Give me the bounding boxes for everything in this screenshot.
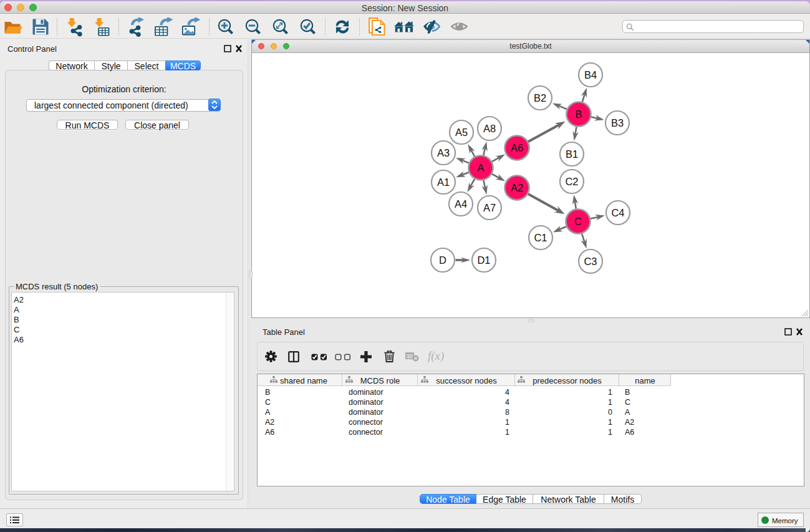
svg-text:B3: B3: [611, 117, 624, 128]
svg-text:A4: A4: [455, 198, 467, 210]
svg-text:A6: A6: [511, 142, 523, 153]
svg-text:A2: A2: [511, 182, 523, 193]
svg-text:B2: B2: [534, 92, 546, 104]
svg-text:A8: A8: [483, 123, 496, 134]
svg-text:A5: A5: [455, 127, 468, 138]
svg-text:A7: A7: [483, 202, 496, 213]
svg-text:C3: C3: [584, 256, 597, 267]
svg-text:C2: C2: [565, 176, 578, 187]
svg-text:D: D: [439, 254, 446, 266]
svg-text:B1: B1: [566, 148, 578, 160]
svg-text:A3: A3: [437, 147, 450, 158]
svg-text:C1: C1: [534, 232, 547, 243]
svg-text:C: C: [574, 216, 582, 227]
svg-text:D1: D1: [477, 254, 490, 266]
svg-text:A1: A1: [437, 177, 450, 188]
svg-text:B: B: [575, 109, 582, 120]
svg-text:B4: B4: [584, 69, 597, 80]
svg-text:C4: C4: [611, 207, 624, 218]
svg-text:A: A: [477, 162, 484, 173]
